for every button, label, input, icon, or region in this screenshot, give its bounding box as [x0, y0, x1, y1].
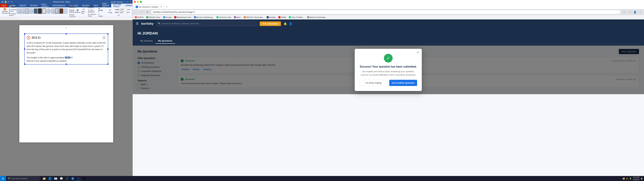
- refresh-btn[interactable]: ↻: [145, 10, 150, 14]
- start-button[interactable]: ⊞: [0, 176, 6, 181]
- browser-menu-btn[interactable]: ⋮: [638, 10, 643, 14]
- resize-handle-br[interactable]: [107, 64, 108, 65]
- position-icon: ⊞: [76, 9, 79, 12]
- bookmark-tation[interactable]: t tation: [233, 16, 242, 18]
- browser-tab-bartleby[interactable]: b My Questions | bartleby ✕: [134, 4, 164, 9]
- word-maximize-btn[interactable]: □: [127, 1, 128, 3]
- bookmark-favicon-bartleby2: b: [267, 16, 269, 18]
- height-input[interactable]: [120, 8, 127, 11]
- position-btn[interactable]: ⊞ Position: [75, 8, 80, 14]
- bartleby-search[interactable]: 🔍 Search for textbooks, solutions, and m…: [156, 21, 257, 26]
- bookmark-avden[interactable]: A AVDEN: [134, 16, 144, 18]
- taskbar-app-file-explorer[interactable]: 📁: [42, 176, 47, 181]
- problem-text: A hill is inclined 18° to the horizontal…: [27, 41, 106, 54]
- picture-styles-strip: [17, 8, 68, 14]
- pic-style-9[interactable]: [51, 8, 55, 14]
- wrap-text-btn[interactable]: ≡ Wrap Text: [80, 8, 86, 14]
- taskbar-wifi-icon: 📶: [623, 178, 625, 180]
- bookmark-favicon-mypath: M: [146, 16, 148, 18]
- resize-handle-tr[interactable]: [107, 33, 108, 34]
- taskbar-app-chat[interactable]: 💬: [59, 176, 64, 181]
- back-btn[interactable]: ←: [134, 10, 138, 14]
- bookmark-blackboard[interactable]: B Blackboard Learn: [173, 16, 192, 18]
- pic-style-3[interactable]: [25, 8, 29, 14]
- bookmark-hesi[interactable]: H HESI A2 | Numerika...: [243, 16, 265, 18]
- resize-handle-bc[interactable]: [66, 64, 67, 65]
- crop-btn[interactable]: ✂ Crop: [107, 8, 114, 14]
- taskbar-time[interactable]: 5:04 PM 1/9/2019: [633, 176, 639, 181]
- bookmark-btn[interactable]: ☆: [622, 10, 626, 14]
- word-close-btn[interactable]: ✕: [130, 1, 131, 3]
- resize-handle-rc[interactable]: [107, 48, 108, 50]
- modal-close-btn[interactable]: ✕: [416, 50, 420, 54]
- resize-handle-bl[interactable]: [24, 64, 25, 65]
- remove-background-btn[interactable]: 🎨 Remove Background: [2, 8, 8, 14]
- pic-style-12[interactable]: [64, 8, 68, 14]
- width-arrows[interactable]: ▲▼: [127, 12, 130, 13]
- modal-done-btn[interactable]: I'm Done Asking: [360, 80, 388, 86]
- bookmark-mypath[interactable]: M MyPath Home: [145, 16, 162, 18]
- modal-overlay[interactable]: ✕ ✓ Success! Your question has been subm…: [132, 46, 644, 94]
- tab-my-solutions[interactable]: My Solutions: [138, 38, 155, 44]
- bartleby-menu-icon[interactable]: ☰: [136, 22, 138, 26]
- notification-icon[interactable]: 🔔: [284, 22, 287, 25]
- browser-min-btn[interactable]: ─: [137, 1, 139, 3]
- bookmark-favicon-netflix: N: [278, 16, 280, 18]
- extensions-btn[interactable]: ⚡: [627, 10, 632, 14]
- taskbar-app-word[interactable]: W: [76, 176, 81, 181]
- pic-style-4[interactable]: [30, 8, 33, 14]
- user-profile-icon[interactable]: 👤: [289, 22, 292, 25]
- ribbon-tab-picture-tools[interactable]: PICTURE TOOLS: [111, 4, 123, 7]
- bookmark-google[interactable]: G Google: [162, 16, 172, 18]
- tab-my-questions[interactable]: My Questions: [155, 38, 175, 44]
- send-backward-btn[interactable]: ▼ Send Backward: [87, 9, 97, 13]
- ask-question-header-btn[interactable]: Ask a Question: [260, 22, 281, 26]
- bring-forward-btn[interactable]: ▲ Bring Forward: [87, 5, 97, 9]
- taskbar-app-store[interactable]: 🔷: [70, 176, 76, 181]
- modal-ask-another-btn[interactable]: Ask Another Question: [389, 80, 417, 86]
- align-btn[interactable]: ⊟ Align: [98, 5, 104, 7]
- resize-handle-tl[interactable]: [24, 33, 25, 34]
- group-btn[interactable]: 41 Group =: [98, 7, 104, 13]
- pic-style-1[interactable]: [17, 8, 21, 14]
- bookmark-mylab[interactable]: M MyLab & Mastering...: [193, 16, 215, 18]
- bookmark-escience[interactable]: e eScience Labs: [216, 16, 232, 18]
- taskbar-app-photos[interactable]: 🖼: [82, 176, 87, 181]
- ribbon-group-size: ✂ Crop Height: ▲▼ Width: ▲▼ Size: [106, 8, 132, 16]
- notification-center-icon[interactable]: 🔔: [641, 178, 643, 180]
- rotate-btn[interactable]: ↻ Rotate: [98, 13, 104, 17]
- taskbar-app-mail[interactable]: 📧: [53, 176, 58, 181]
- tab-close-bartleby[interactable]: ✕: [160, 6, 162, 8]
- word-minimize-btn[interactable]: ─: [124, 1, 126, 3]
- browser-close-btn[interactable]: ✕: [134, 1, 136, 3]
- bookmark-netflix[interactable]: N Netflix: [278, 16, 287, 18]
- modal-box: ✕ ✓ Success! Your question has been subm…: [355, 49, 422, 91]
- width-input[interactable]: [120, 11, 126, 14]
- browser-actions: ☆ ⚡ 👤 ⋮: [622, 10, 643, 14]
- taskbar-app-music[interactable]: 🎵: [64, 176, 70, 181]
- resize-handle-lc[interactable]: [24, 48, 25, 50]
- taskbar-battery-icon: 🔋: [630, 178, 632, 180]
- address-input[interactable]: bartleby.com/dashboard/my-questions?page…: [151, 10, 621, 14]
- pic-style-6[interactable]: [38, 8, 42, 14]
- pic-style-7[interactable]: [42, 8, 46, 14]
- pic-style-11[interactable]: [59, 8, 63, 14]
- bookmark-hulu[interactable]: H Hulu | Profiles...: [288, 16, 305, 18]
- pic-style-10[interactable]: [55, 8, 59, 14]
- pic-style-5[interactable]: [34, 8, 38, 14]
- new-tab-btn[interactable]: +: [164, 4, 169, 9]
- resize-handle-tc[interactable]: [66, 33, 67, 34]
- taskbar-search[interactable]: 🔍 Type here to search: [7, 176, 40, 180]
- taskbar-app-edge[interactable]: 🌐: [47, 176, 53, 181]
- bookmark-machine[interactable]: M Machine Embroider...: [306, 16, 328, 18]
- height-arrows[interactable]: ▲▼: [127, 9, 130, 10]
- selection-pane-btn[interactable]: ☰ Selection Pane: [87, 13, 97, 17]
- gear-btn[interactable]: ⚙: [102, 36, 106, 40]
- bookmark-bartleby[interactable]: b bartleby: [266, 16, 277, 18]
- profile-btn[interactable]: 👤: [632, 10, 637, 14]
- pic-style-8[interactable]: [46, 8, 50, 14]
- pic-style-2[interactable]: [21, 8, 25, 14]
- bookmark-favicon-mylab: M: [194, 16, 196, 18]
- forward-btn[interactable]: →: [140, 10, 144, 14]
- browser-max-btn[interactable]: □: [140, 1, 142, 3]
